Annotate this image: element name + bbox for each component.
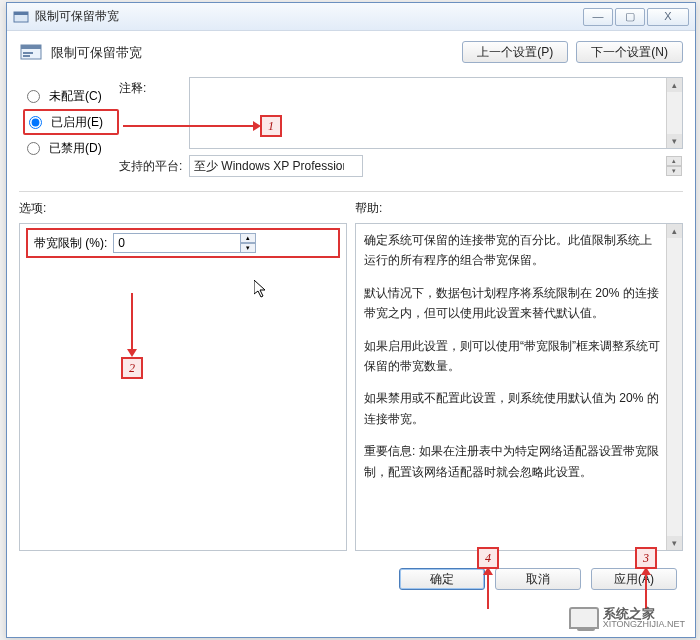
minimize-button[interactable]: — [583, 8, 613, 26]
help-text: 如果启用此设置，则可以使用“带宽限制”框来调整系统可保留的带宽数量。 [364, 336, 660, 377]
help-title: 帮助: [355, 200, 683, 217]
watermark-logo-icon [569, 607, 599, 629]
policy-icon [19, 41, 43, 65]
annotation-arrow [123, 125, 253, 127]
platforms-label: 支持的平台: [119, 155, 189, 177]
annotation-3: 3 [635, 547, 657, 569]
help-text: 确定系统可保留的连接带宽的百分比。此值限制系统上运行的所有程序的组合带宽保留。 [364, 230, 660, 271]
bandwidth-limit-label: 带宽限制 (%): [34, 235, 107, 252]
annotation-arrowhead-icon [127, 349, 137, 357]
policy-editor-window: 限制可保留带宽 — ▢ X 限制可保留带宽 上一个设置(P) 下一个设置(N) … [6, 2, 696, 638]
spin-up-button[interactable]: ▴ [240, 233, 256, 243]
header: 限制可保留带宽 上一个设置(P) 下一个设置(N) [7, 31, 695, 71]
annotation-4: 4 [477, 547, 499, 569]
annotation-1: 1 [260, 115, 282, 137]
scroll-up-icon[interactable]: ▴ [667, 78, 682, 92]
annotation-arrow [131, 293, 133, 349]
config-right: 注释: ▴ ▾ 支持的平台: ▴ ▾ [119, 77, 683, 181]
help-scrollbar[interactable]: ▴ ▾ [666, 224, 682, 550]
bandwidth-spin-buttons: ▴ ▾ [240, 233, 256, 253]
radio-not-configured[interactable]: 未配置(C) [23, 83, 119, 109]
window-buttons: — ▢ X [581, 8, 689, 26]
bandwidth-limit-input[interactable] [113, 233, 241, 253]
annotation-arrow [645, 575, 647, 609]
annotation-2: 2 [121, 357, 143, 379]
svg-marker-6 [254, 280, 265, 297]
state-radios: 未配置(C) 已启用(E) 已禁用(D) [23, 77, 119, 181]
radio-disabled[interactable]: 已禁用(D) [23, 135, 119, 161]
radio-not-configured-input[interactable] [27, 90, 40, 103]
page-title: 限制可保留带宽 [51, 44, 462, 62]
window-icon [13, 9, 29, 25]
apply-button[interactable]: 应用(A) [591, 568, 677, 590]
comment-label: 注释: [119, 77, 189, 149]
watermark: 系统之家 XITONGZHIJIA.NET [569, 607, 685, 629]
platforms-down-icon[interactable]: ▾ [666, 166, 682, 176]
radio-disabled-input[interactable] [27, 142, 40, 155]
svg-rect-1 [14, 12, 28, 15]
scroll-down-icon[interactable]: ▾ [667, 536, 682, 550]
radio-enabled[interactable]: 已启用(E) [23, 109, 119, 135]
radio-not-configured-label: 未配置(C) [49, 88, 102, 105]
svg-rect-3 [21, 45, 41, 49]
ok-button[interactable]: 确定 [399, 568, 485, 590]
cancel-button[interactable]: 取消 [495, 568, 581, 590]
help-column: 帮助: 确定系统可保留的连接带宽的百分比。此值限制系统上运行的所有程序的组合带宽… [355, 200, 683, 558]
svg-rect-5 [23, 55, 30, 57]
body-columns: 选项: 带宽限制 (%): ▴ ▾ 帮助: 确定系统可保留的连接带宽的百分比。此… [7, 198, 695, 558]
help-panel: 确定系统可保留的连接带宽的百分比。此值限制系统上运行的所有程序的组合带宽保留。 … [355, 223, 683, 551]
separator [19, 191, 683, 192]
platforms-up-icon[interactable]: ▴ [666, 156, 682, 166]
bandwidth-limit-row: 带宽限制 (%): ▴ ▾ [26, 228, 340, 258]
watermark-subtext: XITONGZHIJIA.NET [603, 620, 685, 629]
close-button[interactable]: X [647, 8, 689, 26]
next-setting-button[interactable]: 下一个设置(N) [576, 41, 683, 63]
help-text: 重要信息: 如果在注册表中为特定网络适配器设置带宽限制，配置该网络适配器时就会忽… [364, 441, 660, 482]
options-panel: 带宽限制 (%): ▴ ▾ [19, 223, 347, 551]
mouse-cursor-icon [254, 280, 268, 298]
options-column: 选项: 带宽限制 (%): ▴ ▾ [19, 200, 347, 558]
maximize-button[interactable]: ▢ [615, 8, 645, 26]
spin-down-button[interactable]: ▾ [240, 243, 256, 253]
scroll-down-icon[interactable]: ▾ [667, 134, 682, 148]
scroll-up-icon[interactable]: ▴ [667, 224, 682, 238]
comment-textarea[interactable]: ▴ ▾ [189, 77, 683, 149]
platforms-field [189, 155, 363, 177]
radio-enabled-label: 已启用(E) [51, 114, 103, 131]
footer: 确定 取消 应用(A) [7, 558, 695, 590]
options-title: 选项: [19, 200, 347, 217]
comment-scrollbar[interactable]: ▴ ▾ [666, 78, 682, 148]
help-text: 默认情况下，数据包计划程序将系统限制在 20% 的连接带宽之内，但可以使用此设置… [364, 283, 660, 324]
radio-disabled-label: 已禁用(D) [49, 140, 102, 157]
titlebar: 限制可保留带宽 — ▢ X [7, 3, 695, 31]
radio-enabled-input[interactable] [29, 116, 42, 129]
annotation-arrow [487, 575, 489, 609]
window-title: 限制可保留带宽 [35, 8, 581, 25]
config-area: 未配置(C) 已启用(E) 已禁用(D) 注释: ▴ ▾ [7, 71, 695, 181]
help-text: 如果禁用或不配置此设置，则系统使用默认值为 20% 的连接带宽。 [364, 388, 660, 429]
svg-rect-4 [23, 52, 33, 54]
prev-setting-button[interactable]: 上一个设置(P) [462, 41, 568, 63]
